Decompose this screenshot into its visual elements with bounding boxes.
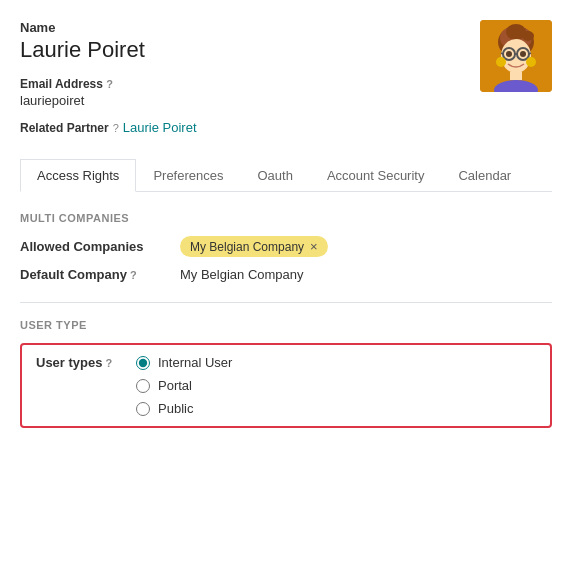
default-company-label: Default Company ?: [20, 267, 180, 282]
radio-public[interactable]: Public: [136, 401, 232, 416]
default-company-row: Default Company ? My Belgian Company: [20, 267, 552, 282]
default-company-help-icon[interactable]: ?: [130, 269, 137, 281]
user-type-row: User types ? Internal User Portal Public: [36, 355, 536, 416]
section-divider: [20, 302, 552, 303]
email-field-label: Email Address ?: [20, 77, 480, 91]
user-types-label: User types ?: [36, 355, 136, 370]
radio-public-input[interactable]: [136, 402, 150, 416]
svg-point-14: [526, 57, 536, 67]
allowed-companies-value: My Belgian Company ×: [180, 236, 328, 257]
svg-point-13: [496, 57, 506, 67]
name-value: Laurie Poiret: [20, 37, 480, 63]
radio-portal-input[interactable]: [136, 379, 150, 393]
svg-point-12: [520, 51, 526, 57]
user-type-radio-group: Internal User Portal Public: [136, 355, 232, 416]
allowed-companies-label: Allowed Companies: [20, 239, 180, 254]
multi-companies-section: MULTI COMPANIES Allowed Companies My Bel…: [20, 212, 552, 282]
related-partner-help-icon[interactable]: ?: [113, 122, 119, 134]
svg-rect-15: [510, 72, 522, 80]
allowed-companies-tag[interactable]: My Belgian Company ×: [180, 236, 328, 257]
multi-companies-header: MULTI COMPANIES: [20, 212, 552, 224]
svg-point-5: [501, 39, 531, 73]
avatar: [480, 20, 552, 92]
user-type-header: USER TYPE: [20, 319, 552, 331]
default-company-value: My Belgian Company: [180, 267, 304, 282]
svg-line-9: [501, 53, 503, 54]
tab-preferences[interactable]: Preferences: [136, 159, 240, 192]
svg-line-10: [529, 53, 531, 54]
email-help-icon[interactable]: ?: [106, 78, 113, 90]
svg-point-11: [506, 51, 512, 57]
user-type-box: User types ? Internal User Portal Public: [20, 343, 552, 428]
related-partner-link[interactable]: Laurie Poiret: [123, 120, 197, 135]
tab-oauth[interactable]: Oauth: [240, 159, 309, 192]
tab-account-security[interactable]: Account Security: [310, 159, 442, 192]
user-types-help-icon[interactable]: ?: [105, 357, 112, 369]
tab-calendar[interactable]: Calendar: [441, 159, 528, 192]
radio-public-label: Public: [158, 401, 193, 416]
svg-point-4: [522, 31, 534, 41]
allowed-companies-row: Allowed Companies My Belgian Company ×: [20, 236, 552, 257]
email-value: lauriepoiret: [20, 93, 480, 108]
user-type-section: USER TYPE User types ? Internal User Por…: [20, 319, 552, 428]
related-partner-label: Related Partner: [20, 121, 109, 135]
tag-close-icon[interactable]: ×: [310, 239, 318, 254]
name-field-label: Name: [20, 20, 480, 35]
tab-access-rights[interactable]: Access Rights: [20, 159, 136, 192]
radio-internal-user[interactable]: Internal User: [136, 355, 232, 370]
radio-internal-label: Internal User: [158, 355, 232, 370]
radio-portal-label: Portal: [158, 378, 192, 393]
radio-portal[interactable]: Portal: [136, 378, 232, 393]
tabs-container: Access Rights Preferences Oauth Account …: [20, 159, 552, 192]
radio-internal-input[interactable]: [136, 356, 150, 370]
